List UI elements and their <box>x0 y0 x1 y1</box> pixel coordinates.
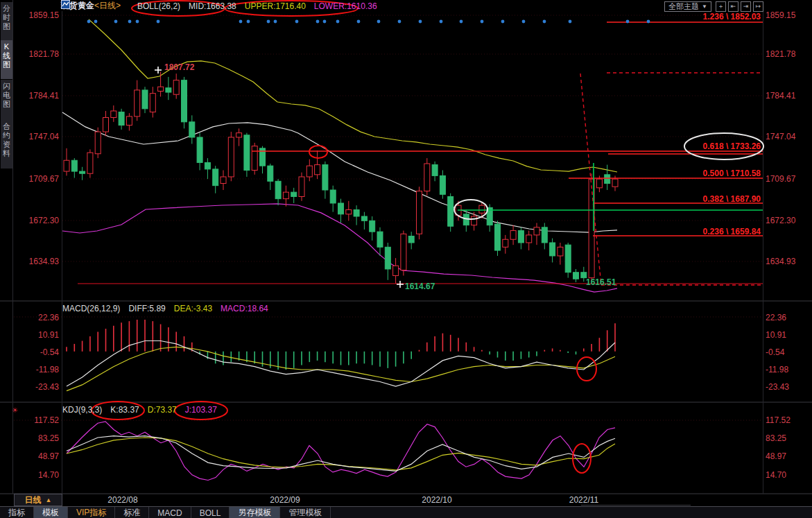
shift-right-icon[interactable]: ⇥ <box>741 1 751 12</box>
macd-axis-label-left: -23.43 <box>19 382 59 392</box>
macd-axis-label-right: 10.91 <box>766 330 786 340</box>
main-axis-label-right: 1634.93 <box>766 257 795 266</box>
macd-axis-label-right: -23.43 <box>766 382 789 392</box>
kdj-axis-label-right: 14.70 <box>766 470 786 480</box>
main-axis-label-right: 1747.04 <box>766 132 795 141</box>
price-tag-1: 1807.72 <box>164 62 194 72</box>
kdj-k-value: K:83.37 <box>110 405 139 415</box>
kdj-j-value: J:103.37 <box>185 405 217 415</box>
date-label-1: 2022/08 <box>107 495 137 505</box>
kdj-axis-label-left: 48.97 <box>19 451 59 461</box>
boll-label: BOLL(26,2) <box>137 1 180 11</box>
tab-7[interactable]: 另存模板 <box>230 507 280 518</box>
main-axis-label-left: 1821.78 <box>19 49 59 59</box>
tab-2[interactable]: 模板 <box>34 507 68 518</box>
tab-1[interactable]: 指标 <box>0 507 34 518</box>
chevron-up-icon: ▲ <box>46 497 52 503</box>
main-axis-label-right: 1821.78 <box>766 49 795 59</box>
theme-dropdown[interactable]: 全部主题 ▼ <box>664 1 711 12</box>
boll-upper-value: UPPER:1716.40 <box>245 1 306 11</box>
fit-x-icon[interactable]: ⇤ <box>728 1 738 12</box>
main-axis-label-left: 1672.30 <box>19 216 59 225</box>
boll-mid-value: MID:1663.38 <box>189 1 236 11</box>
main-axis-label-right: 1784.41 <box>766 91 795 101</box>
pan-right-icon[interactable]: ↦ <box>753 1 763 12</box>
macd-title[interactable]: MACD(26,12,9) <box>62 304 120 313</box>
period-tag[interactable]: <日线> <box>94 1 121 10</box>
chevron-down-icon: ▼ <box>702 3 707 10</box>
tab-8[interactable]: 管理模板 <box>280 507 331 518</box>
kdj-title[interactable]: KDJ(9,3,3) <box>62 405 102 415</box>
fib-level-label-5: 0.236 \ 1659.84 <box>645 227 761 236</box>
main-axis-label-left: 1747.04 <box>19 132 59 141</box>
fib-level-label-3: 0.500 \ 1710.58 <box>645 169 761 178</box>
kdj-axis-label-left: 117.52 <box>19 415 59 425</box>
main-axis-label-right: 1672.30 <box>766 216 795 225</box>
date-label-2: 2022/09 <box>270 495 300 505</box>
theme-dropdown-label: 全部主题 <box>668 1 699 12</box>
macd-axis-label-right: 22.36 <box>766 313 786 322</box>
tab-3[interactable]: VIP指标 <box>68 507 115 518</box>
period-selector-button[interactable]: 日线 ▲ <box>14 494 62 506</box>
macd-axis-label-right: -0.54 <box>766 347 784 357</box>
sidebar-item-3[interactable]: 闪电图 <box>1 80 12 120</box>
chart-canvas[interactable] <box>0 0 812 518</box>
trading-app-window: 现货黄金<日线> BOLL(26,2) MID:1663.38 UPPER:17… <box>0 0 812 518</box>
macd-axis-label-right: -11.98 <box>766 365 788 374</box>
macd-header: MACD(26,12,9) DIFF:5.89 DEA:-3.43 MACD:1… <box>62 304 268 313</box>
main-axis-label-right: 1709.67 <box>766 174 795 184</box>
kdj-header: KDJ(9,3,3) K:83.37 D:73.37 J:103.37 <box>62 405 217 415</box>
sidebar-item-2[interactable]: K线图 <box>1 40 12 79</box>
kdj-axis-label-right: 48.97 <box>766 451 786 461</box>
macd-axis-label-left: -0.54 <box>19 347 59 357</box>
alert-sun-icon: ☀ <box>12 406 18 414</box>
boll-lower-value: LOWER:1610.36 <box>314 1 377 11</box>
main-axis-label-left: 1859.15 <box>19 10 59 20</box>
date-label-4: 2022/11 <box>569 495 599 505</box>
main-axis-label-left: 1709.67 <box>19 174 59 184</box>
tab-4[interactable]: 标准 <box>115 507 149 518</box>
macd-axis-label-left: 22.36 <box>19 313 59 322</box>
kdj-axis-label-left: 14.70 <box>19 470 59 480</box>
price-tag-2: 1614.67 <box>405 282 435 291</box>
crosshair-icon[interactable]: ＋ <box>716 1 726 12</box>
chart-header: 现货黄金<日线> BOLL(26,2) MID:1663.38 UPPER:17… <box>61 0 377 12</box>
main-axis-label-left: 1784.41 <box>19 91 59 101</box>
macd-axis-label-left: -11.98 <box>19 365 59 374</box>
date-label-3: 2022/10 <box>422 495 451 505</box>
macd-macd-value: MACD:18.64 <box>221 304 268 313</box>
fib-level-label-2: 0.618 \ 1733.26 <box>645 141 761 151</box>
macd-dea-value: DEA:-3.43 <box>174 304 212 313</box>
macd-diff-value: DIFF:5.89 <box>128 304 165 313</box>
sidebar-item-1[interactable]: 分时图 <box>1 2 12 42</box>
indicator-tabbar: 指标模板VIP指标标准MACDBOLL另存模板管理模板 <box>0 506 812 518</box>
main-axis-label-left: 1634.93 <box>19 257 59 266</box>
macd-axis-label-left: 10.91 <box>19 330 59 340</box>
kdj-axis-label-right: 83.25 <box>766 433 786 443</box>
fib-level-label-4: 0.382 \ 1687.90 <box>645 194 761 204</box>
tab-6[interactable]: BOLL <box>191 507 230 518</box>
fib-level-label-1: 1.236 \ 1852.03 <box>645 12 761 21</box>
kdj-axis-label-left: 83.25 <box>19 433 59 443</box>
kdj-d-value: D:73.37 <box>148 405 177 415</box>
main-axis-label-right: 1859.15 <box>766 10 795 20</box>
sidebar-item-4[interactable]: 合约资料 <box>1 120 12 169</box>
kdj-axis-label-right: 117.52 <box>766 415 791 425</box>
period-selector-label: 日线 <box>25 494 42 506</box>
price-tag-3: 1616.51 <box>586 277 616 287</box>
tab-5[interactable]: MACD <box>149 507 191 518</box>
